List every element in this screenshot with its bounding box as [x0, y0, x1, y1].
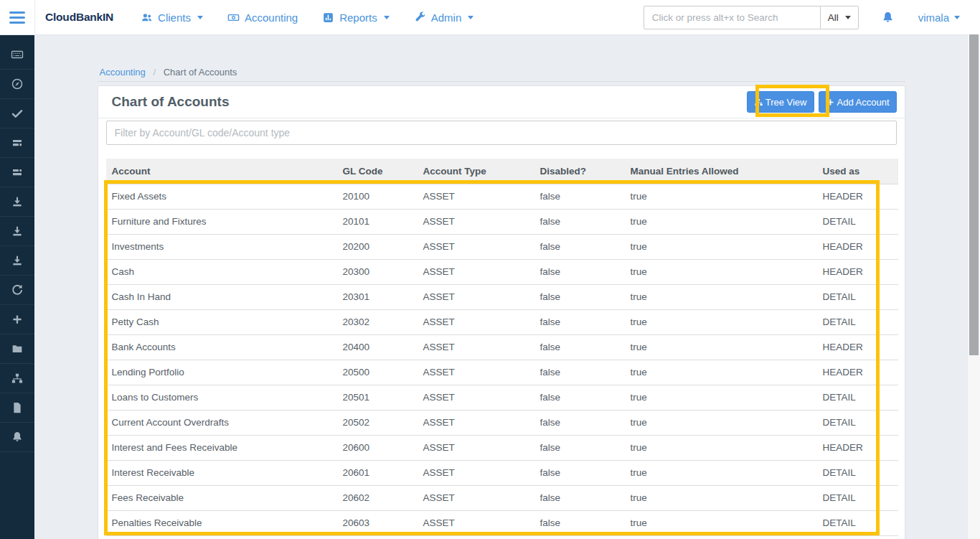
cell-account-type: ASSET — [418, 234, 534, 259]
accounts-table: AccountGL CodeAccount TypeDisabled?Manua… — [106, 159, 898, 536]
cell-disabled: false — [534, 234, 625, 259]
cell-gl-code: 20501 — [337, 385, 418, 410]
nav-item-reports[interactable]: Reports — [322, 11, 390, 24]
nav-label: Admin — [431, 11, 462, 24]
topbar: CloudBankIN Clients Accounting Reports A… — [0, 0, 980, 35]
money-icon — [227, 11, 240, 24]
nav-item-clients[interactable]: Clients — [141, 11, 203, 24]
cell-manual-entries-allowed: true — [625, 209, 817, 234]
cell-disabled: false — [534, 259, 625, 284]
app-logo[interactable]: CloudBankIN — [45, 11, 113, 24]
cell-account: Petty Cash — [106, 309, 337, 334]
sidebar-item-bell[interactable] — [0, 423, 34, 452]
sidebar-item-keyboard[interactable] — [0, 40, 34, 70]
main-content: Accounting / Chart of Accounts Chart of … — [34, 34, 968, 539]
cell-disabled: false — [534, 184, 625, 209]
table-row[interactable]: Petty Cash20302ASSETfalsetrueDETAIL — [106, 309, 898, 334]
compass-icon — [11, 78, 24, 90]
table-row[interactable]: Lending Portfolio20500ASSETfalsetrueHEAD… — [106, 360, 898, 385]
bell-icon[interactable] — [881, 11, 895, 24]
column-header-disabled[interactable]: Disabled? — [534, 159, 625, 184]
table-row[interactable]: Cash In Hand20301ASSETfalsetrueDETAIL — [106, 284, 898, 309]
cell-account-type: ASSET — [418, 435, 534, 460]
cell-used-as: DETAIL — [817, 410, 898, 435]
table-row[interactable]: Bank Accounts20400ASSETfalsetrueHEADER — [106, 334, 898, 360]
sitemap-icon — [754, 98, 763, 107]
table-row[interactable]: Investments20200ASSETfalsetrueHEADER — [106, 234, 898, 259]
table-row[interactable]: Furniture and Fixtures20101ASSETfalsetru… — [106, 209, 898, 234]
column-header-used-as[interactable]: Used as — [817, 159, 898, 184]
sidebar-item-plus[interactable] — [0, 305, 34, 334]
cell-used-as: DETAIL — [817, 309, 898, 334]
cell-manual-entries-allowed: true — [625, 334, 817, 360]
cell-disabled: false — [534, 385, 625, 410]
breadcrumb-separator: / — [153, 67, 156, 78]
check-icon — [11, 107, 24, 120]
table-row[interactable]: Current Account Overdrafts20502ASSETfals… — [106, 410, 898, 435]
table-row[interactable]: Fees Receivable20602ASSETfalsetrueDETAIL — [106, 485, 898, 510]
column-header-manual-entries-allowed[interactable]: Manual Entries Allowed — [625, 159, 817, 184]
cell-disabled: false — [534, 209, 625, 234]
cell-account: Investments — [106, 234, 337, 259]
cell-manual-entries-allowed: true — [625, 460, 817, 485]
accounts-filter-input[interactable] — [106, 121, 897, 145]
sidebar-item-list-alt[interactable] — [0, 158, 34, 187]
search-input[interactable] — [644, 6, 821, 29]
refresh-icon — [11, 283, 24, 296]
cell-account: Fees Receivable — [106, 485, 337, 510]
hamburger-menu-button[interactable] — [0, 0, 35, 34]
cell-gl-code: 20600 — [337, 435, 418, 460]
sidebar-item-folder[interactable] — [0, 334, 34, 364]
add-account-button[interactable]: Add Account — [819, 91, 897, 113]
cell-account: Bank Accounts — [106, 334, 337, 360]
page-scrollbar[interactable] — [967, 34, 980, 539]
cell-disabled: false — [534, 410, 625, 435]
wrench-icon — [414, 11, 426, 24]
cell-account: Fixed Assets — [106, 184, 337, 209]
search-scope-value: All — [828, 12, 839, 23]
sidebar-item-download[interactable] — [0, 187, 34, 217]
sidebar-item-sitemap[interactable] — [0, 364, 34, 393]
sidebar-item-download[interactable] — [0, 217, 34, 246]
tree-view-button[interactable]: Tree View — [747, 91, 814, 113]
column-header-account[interactable]: Account — [106, 159, 337, 184]
cell-account-type: ASSET — [418, 410, 534, 435]
cell-gl-code: 20302 — [337, 309, 418, 334]
table-row[interactable]: Penalties Receivable20603ASSETfalsetrueD… — [106, 510, 898, 535]
sidebar-item-refresh[interactable] — [0, 276, 34, 305]
cell-gl-code: 20603 — [337, 510, 418, 535]
user-menu[interactable]: vimala — [918, 11, 960, 24]
global-search: All — [644, 6, 859, 29]
sidebar-item-file[interactable] — [0, 393, 34, 423]
cell-manual-entries-allowed: true — [625, 385, 817, 410]
table-row[interactable]: Loans to Customers20501ASSETfalsetrueDET… — [106, 385, 898, 410]
table-row[interactable]: Interest and Fees Receivable20600ASSETfa… — [106, 435, 898, 460]
sidebar-item-compass[interactable] — [0, 70, 34, 99]
cell-used-as: HEADER — [817, 234, 898, 259]
search-scope-select[interactable]: All — [821, 6, 859, 29]
sidebar-item-download[interactable] — [0, 246, 34, 276]
sitemap-icon — [11, 372, 24, 385]
nav-item-admin[interactable]: Admin — [414, 11, 474, 24]
cell-disabled: false — [534, 460, 625, 485]
cell-used-as: HEADER — [817, 184, 898, 209]
table-row[interactable]: Fixed Assets20100ASSETfalsetrueHEADER — [106, 184, 898, 209]
sidebar-item-list[interactable] — [0, 128, 34, 158]
nav-item-accounting[interactable]: Accounting — [227, 11, 298, 24]
chevron-down-icon — [468, 16, 473, 19]
column-header-gl-code[interactable]: GL Code — [337, 159, 418, 184]
breadcrumb-accounting-link[interactable]: Accounting — [100, 67, 146, 78]
cell-used-as: HEADER — [817, 334, 898, 360]
table-row[interactable]: Interest Receivable20601ASSETfalsetrueDE… — [106, 460, 898, 485]
sidebar-item-check[interactable] — [0, 99, 34, 128]
cell-manual-entries-allowed: true — [625, 485, 817, 510]
scrollbar-thumb[interactable] — [969, 34, 979, 355]
table-row[interactable]: Cash20300ASSETfalsetrueHEADER — [106, 259, 898, 284]
cell-gl-code: 20100 — [337, 184, 418, 209]
hamburger-icon — [9, 11, 25, 14]
cell-disabled: false — [534, 334, 625, 360]
column-header-account-type[interactable]: Account Type — [418, 159, 534, 184]
cell-used-as: DETAIL — [817, 485, 898, 510]
cell-disabled: false — [534, 309, 625, 334]
main-nav: Clients Accounting Reports Admin — [141, 11, 473, 24]
